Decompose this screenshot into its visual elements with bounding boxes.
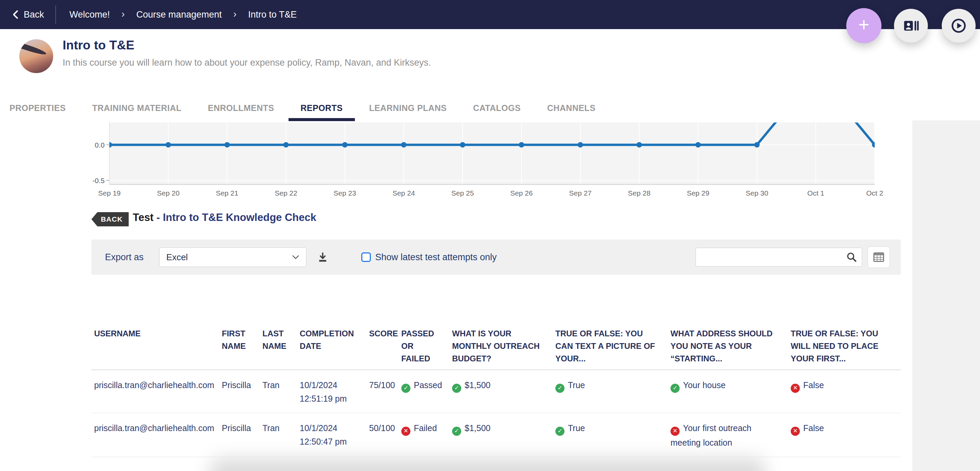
check-icon: ✓: [401, 384, 410, 393]
back-button[interactable]: Back: [12, 10, 44, 20]
column-header[interactable]: TRUE OR FALSE: YOU WILL NEED TO PLACE YO…: [791, 322, 901, 370]
svg-text:Sep 20: Sep 20: [157, 189, 180, 197]
table-cell: 50/100: [369, 413, 401, 457]
table-cell: ✕Your first outreach meeting location: [670, 413, 791, 457]
table-cell: Priscilla: [222, 413, 262, 457]
course-thumbnail: [19, 39, 53, 73]
check-icon: ✓: [555, 384, 565, 393]
table-header-row: USERNAMEFIRST NAMELAST NAMECOMPLETION DA…: [91, 322, 901, 370]
tab-enrollments[interactable]: ENROLLMENTS: [196, 95, 286, 121]
table-cell: priscilla.tran@charliehealth.com: [91, 370, 222, 413]
export-download-button[interactable]: [317, 251, 329, 263]
svg-text:Sep 22: Sep 22: [275, 189, 298, 197]
course-description: In this course you will learn how to abo…: [63, 57, 431, 68]
table-row: priscilla.tran@charliehealth.comPriscill…: [91, 413, 901, 457]
add-button[interactable]: +: [846, 8, 881, 43]
results-table: USERNAMEFIRST NAMELAST NAMECOMPLETION DA…: [91, 322, 901, 457]
breadcrumb: Welcome!›Course management›Intro to T&E: [69, 9, 297, 20]
plus-icon: +: [858, 15, 870, 34]
report-back-label: BACK: [101, 215, 123, 223]
breadcrumb-item-intro-to-t-e: Intro to T&E: [248, 10, 297, 20]
svg-text:0.0: 0.0: [95, 141, 105, 149]
report-title-name: - Intro to T&E Knowledge Check: [153, 211, 316, 223]
check-icon: ✓: [452, 427, 461, 436]
chevron-left-icon: [12, 10, 18, 19]
column-header[interactable]: WHAT ADDRESS SHOULD YOU NOTE AS YOUR “ST…: [670, 322, 791, 370]
svg-text:Oct 2: Oct 2: [866, 189, 883, 197]
svg-text:Sep 24: Sep 24: [393, 189, 415, 197]
download-icon: [317, 251, 329, 263]
cross-icon: ✕: [791, 384, 800, 393]
column-header[interactable]: USERNAME: [91, 322, 222, 370]
tab-catalogs[interactable]: CATALOGS: [461, 95, 533, 121]
svg-text:Sep 26: Sep 26: [510, 189, 533, 197]
export-as-label: Export as: [105, 252, 143, 263]
svg-text:Sep 30: Sep 30: [746, 189, 768, 197]
report-back-button[interactable]: BACK: [91, 212, 129, 226]
column-header[interactable]: COMPLETION DATE: [300, 322, 369, 370]
table-row: priscilla.tran@charliehealth.comPriscill…: [91, 370, 901, 413]
svg-text:Sep 27: Sep 27: [569, 189, 592, 197]
tab-learning-plans[interactable]: LEARNING PLANS: [357, 95, 459, 121]
table-cell: Tran: [262, 370, 300, 413]
table-cell: ✓$1,500: [452, 413, 555, 457]
table-cell: 75/100: [369, 370, 401, 413]
play-circle-icon: [951, 17, 967, 34]
table-columns-icon: [872, 251, 885, 263]
course-tabs: PROPERTIESTRAINING MATERIALENROLLMENTSRE…: [0, 95, 980, 121]
check-icon: ✓: [452, 384, 461, 393]
search-icon[interactable]: [846, 251, 858, 263]
report-title: Test - Intro to T&E Knowledge Check: [133, 211, 316, 224]
column-header[interactable]: TRUE OR FALSE: YOU CAN TEXT A PICTURE OF…: [555, 322, 670, 370]
cross-icon: ✕: [401, 427, 410, 436]
table-cell: ✓$1,500: [452, 370, 555, 413]
tab-training-material[interactable]: TRAINING MATERIAL: [80, 95, 194, 121]
enrollment-trend-chart: Sep 19Sep 20Sep 21Sep 22Sep 23Sep 24Sep …: [0, 121, 980, 201]
search-input[interactable]: [695, 248, 862, 266]
chevron-down-icon: [292, 255, 299, 260]
column-header[interactable]: PASSED OR FAILED: [401, 322, 452, 370]
tab-channels[interactable]: CHANNELS: [535, 95, 608, 121]
top-navigation-bar: Back Welcome!›Course management›Intro to…: [0, 0, 980, 29]
tab-properties[interactable]: PROPERTIES: [0, 95, 78, 121]
column-header[interactable]: FIRST NAME: [222, 322, 262, 370]
report-toolbar: Export as Excel Show latest test attempt…: [91, 239, 901, 275]
column-header[interactable]: WHAT IS YOUR MONTHLY OUTREACH BUDGET?: [452, 322, 555, 370]
table-cell: ✕False: [791, 413, 901, 457]
breadcrumb-separator-icon: ›: [233, 8, 237, 20]
back-label: Back: [24, 10, 44, 20]
show-latest-checkbox[interactable]: [361, 252, 371, 262]
table-cell: ✕Failed: [401, 413, 452, 457]
svg-text:Sep 29: Sep 29: [687, 189, 710, 197]
breadcrumb-separator-icon: ›: [122, 8, 125, 20]
breadcrumb-item-welcome[interactable]: Welcome!: [69, 10, 110, 20]
table-cell: Priscilla: [222, 370, 262, 413]
column-header[interactable]: SCORE: [369, 322, 401, 370]
svg-text:Sep 21: Sep 21: [216, 189, 239, 197]
table-cell: priscilla.tran@charliehealth.com: [91, 413, 222, 457]
column-selector-button[interactable]: [867, 246, 890, 268]
tab-reports[interactable]: REPORTS: [288, 95, 355, 121]
cross-icon: ✕: [791, 427, 800, 436]
svg-text:Sep 23: Sep 23: [334, 189, 356, 197]
table-cell: 10/1/2024 12:51:19 pm: [300, 370, 369, 413]
below-fold-shadow: [210, 458, 765, 471]
play-course-button[interactable]: [942, 9, 975, 43]
table-cell: ✓True: [555, 413, 670, 457]
cross-icon: ✕: [670, 427, 679, 436]
search-box: [695, 248, 862, 266]
course-title: Intro to T&E: [63, 38, 134, 52]
breadcrumb-item-course-management[interactable]: Course management: [137, 10, 222, 20]
show-latest-toggle[interactable]: Show latest test attempts only: [361, 252, 497, 263]
svg-text:Sep 25: Sep 25: [452, 189, 474, 197]
svg-text:Sep 28: Sep 28: [628, 189, 651, 197]
check-icon: ✓: [670, 384, 679, 393]
table-cell: ✓Passed: [401, 370, 452, 413]
show-latest-label: Show latest test attempts only: [375, 252, 497, 263]
export-format-value: Excel: [166, 252, 188, 263]
enrollments-roster-button[interactable]: [894, 9, 928, 43]
export-format-select[interactable]: Excel: [159, 247, 307, 267]
column-header[interactable]: LAST NAME: [262, 322, 300, 370]
table-cell: Tran: [262, 413, 300, 457]
svg-text:Sep 19: Sep 19: [98, 189, 121, 197]
